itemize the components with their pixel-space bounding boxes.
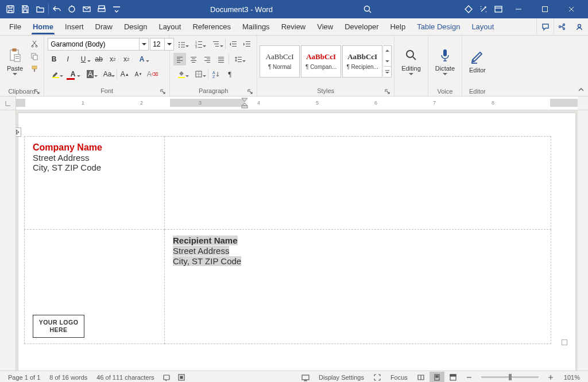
style-normal[interactable]: AaBbCcI ¶ Normal [260, 45, 300, 78]
tab-home[interactable]: Home [27, 18, 59, 35]
styles-gallery-more[interactable] [384, 45, 392, 78]
bold-button[interactable]: B [48, 53, 60, 65]
company-name-text[interactable]: Company Name [33, 142, 156, 153]
justify-button[interactable] [215, 53, 227, 65]
align-right-button[interactable] [201, 53, 214, 65]
sort-button[interactable]: AZ [210, 68, 222, 80]
share-button[interactable] [554, 18, 571, 35]
sender-cell[interactable]: Company Name Street Address City, ST ZIP… [25, 137, 165, 230]
tab-draw[interactable]: Draw [90, 18, 118, 35]
format-painter-icon[interactable] [29, 63, 40, 75]
multilevel-list-button[interactable] [208, 38, 224, 51]
tab-view[interactable]: View [311, 18, 339, 35]
font-size-input[interactable] [150, 38, 165, 51]
open-icon[interactable] [33, 2, 47, 16]
editor-button[interactable]: Editor [465, 37, 490, 86]
italic-button[interactable]: I [61, 53, 74, 65]
vertical-ruler[interactable] [0, 110, 16, 371]
highlight-button[interactable] [48, 68, 64, 80]
ribbon-display-icon[interactable] [492, 2, 505, 16]
table-move-handle[interactable] [16, 128, 21, 137]
close-button[interactable] [558, 0, 585, 18]
logo-cell[interactable]: YOUR LOGO HERE [25, 230, 165, 344]
diamond-icon[interactable] [462, 2, 475, 16]
minimize-button[interactable] [505, 0, 532, 18]
shrink-font-button[interactable]: A▼ [132, 68, 145, 80]
macro-status-icon[interactable] [174, 372, 189, 383]
comments-button[interactable] [536, 18, 554, 35]
recipient-city-text[interactable]: City, ST ZIP Code [173, 256, 241, 266]
sender-street-text[interactable]: Street Address [33, 153, 156, 163]
recipient-cell[interactable]: Recipient Name Street Address City, ST Z… [165, 230, 551, 344]
bullets-button[interactable] [173, 38, 189, 51]
tab-table-design[interactable]: Table Design [411, 18, 466, 35]
hanging-indent-marker[interactable] [241, 102, 248, 109]
vertical-scrollbar[interactable] [578, 110, 588, 371]
logo-placeholder[interactable]: YOUR LOGO HERE [33, 315, 84, 338]
table-resize-handle[interactable] [562, 339, 567, 345]
font-color-button[interactable]: A [65, 68, 81, 80]
qat-customize-icon[interactable] [110, 2, 123, 16]
editing-button[interactable]: Editing [397, 37, 425, 86]
display-settings-label[interactable]: Display Settings [314, 374, 369, 381]
collapse-ribbon-button[interactable] [574, 87, 588, 94]
borders-button[interactable] [191, 68, 207, 80]
autosave-icon[interactable] [3, 2, 17, 16]
quick-print-icon[interactable] [95, 2, 109, 16]
text-effects-button[interactable]: A [134, 53, 150, 65]
copy-icon[interactable] [29, 51, 40, 62]
horizontal-ruler[interactable]: 1 2 3 4 5 6 7 8 [0, 97, 588, 110]
account-icon[interactable] [571, 18, 588, 35]
font-name-input[interactable] [48, 38, 140, 51]
tab-design[interactable]: Design [118, 18, 153, 35]
tab-mailings[interactable]: Mailings [237, 18, 276, 35]
tab-review[interactable]: Review [276, 18, 312, 35]
redo-icon[interactable] [65, 2, 79, 16]
char-count-status[interactable]: 46 of 111 characters [92, 374, 158, 381]
shading-button[interactable] [173, 68, 189, 80]
sender-city-text[interactable]: City, ST ZIP Code [33, 163, 156, 172]
dictate-button[interactable]: Dictate [431, 37, 459, 86]
zoom-level[interactable]: 101% [559, 374, 585, 381]
tab-insert[interactable]: Insert [59, 18, 90, 35]
tab-developer[interactable]: Developer [339, 18, 384, 35]
strikethrough-button[interactable]: ab [92, 53, 105, 65]
tab-table-layout[interactable]: Layout [466, 18, 500, 35]
character-shading-button[interactable]: A [82, 68, 98, 80]
style-recipient[interactable]: AaBbCcI ¶ Recipien... [342, 45, 382, 78]
focus-icon[interactable] [370, 372, 385, 383]
cut-icon[interactable] [29, 38, 40, 49]
spelling-status-icon[interactable] [159, 372, 174, 383]
web-layout-button[interactable] [446, 372, 461, 383]
superscript-button[interactable]: x2 [120, 53, 133, 65]
blank-top-cell[interactable] [165, 137, 551, 230]
align-left-button[interactable] [173, 53, 186, 65]
font-name-dropdown[interactable] [140, 38, 149, 51]
document-canvas[interactable]: Company Name Street Address City, ST ZIP… [16, 110, 578, 371]
decrease-indent-button[interactable] [227, 38, 239, 51]
paste-button[interactable]: Paste [2, 37, 28, 86]
display-settings-icon[interactable] [298, 372, 313, 383]
envelope-table[interactable]: Company Name Street Address City, ST ZIP… [24, 136, 551, 344]
zoom-slider[interactable] [481, 376, 539, 378]
line-spacing-button[interactable] [230, 53, 246, 65]
tab-references[interactable]: References [187, 18, 236, 35]
grow-font-button[interactable]: A▲ [118, 68, 131, 80]
save-icon[interactable] [18, 2, 32, 16]
maximize-button[interactable] [532, 0, 558, 18]
clear-formatting-button[interactable]: A⌫ [146, 68, 158, 80]
tab-selector[interactable] [0, 97, 16, 110]
tab-layout[interactable]: Layout [153, 18, 187, 35]
zoom-in-button[interactable] [543, 372, 558, 383]
focus-label[interactable]: Focus [386, 374, 412, 381]
recipient-name-text[interactable]: Recipient Name [173, 236, 238, 245]
recipient-street-text[interactable]: Street Address [173, 246, 229, 256]
underline-button[interactable]: U [75, 53, 91, 65]
show-marks-button[interactable]: ¶ [223, 68, 236, 80]
word-count-status[interactable]: 8 of 16 words [45, 374, 92, 381]
page-status[interactable]: Page 1 of 1 [3, 374, 45, 381]
search-icon[interactable] [359, 5, 376, 14]
mail-icon[interactable] [80, 2, 94, 16]
subscript-button[interactable]: x2 [106, 53, 119, 65]
styles-launcher-icon[interactable] [384, 88, 390, 95]
